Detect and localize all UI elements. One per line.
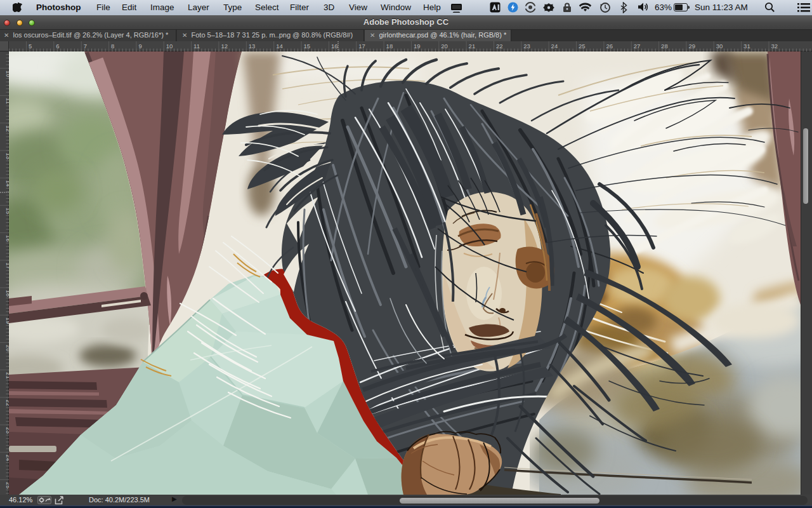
svg-text:27: 27 (634, 43, 641, 50)
svg-text:19: 19 (414, 43, 421, 50)
svg-text:12: 12 (221, 43, 228, 50)
svg-text:18: 18 (386, 43, 393, 50)
svg-text:11: 11 (193, 43, 200, 50)
svg-text:6: 6 (56, 43, 59, 50)
svg-text:13: 13 (249, 43, 256, 50)
svg-text:20: 20 (441, 43, 448, 50)
svg-text:8: 8 (111, 43, 114, 50)
svg-text:23: 23 (523, 43, 530, 50)
svg-text:22: 22 (496, 43, 503, 50)
svg-text:14: 14 (276, 43, 283, 50)
svg-text:31: 31 (743, 43, 750, 50)
svg-text:7: 7 (84, 43, 87, 50)
svg-text:29: 29 (688, 43, 695, 50)
svg-text:10: 10 (166, 43, 173, 50)
svg-text:26: 26 (606, 43, 613, 50)
svg-text:28: 28 (661, 43, 668, 50)
svg-text:5: 5 (29, 43, 32, 50)
svg-text:21: 21 (469, 43, 476, 50)
svg-text:32: 32 (771, 43, 778, 50)
svg-text:16: 16 (331, 43, 338, 50)
svg-text:30: 30 (716, 43, 723, 50)
svg-text:17: 17 (358, 43, 365, 50)
svg-text:25: 25 (579, 43, 586, 50)
svg-text:24: 24 (551, 43, 558, 50)
svg-text:9: 9 (138, 43, 141, 50)
svg-text:15: 15 (304, 43, 311, 50)
